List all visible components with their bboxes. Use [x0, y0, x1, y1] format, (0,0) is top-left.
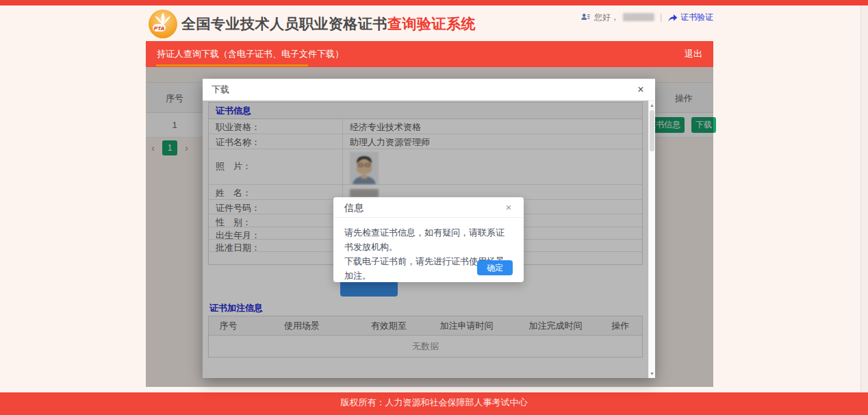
ok-button[interactable]: 确定 — [477, 260, 513, 275]
cert-verify-link[interactable]: 证书验证 — [667, 12, 713, 23]
top-accent-bar — [0, 0, 868, 5]
browser-scrollbar[interactable] — [860, 5, 868, 392]
info-dialog-title: 信息 — [344, 202, 363, 213]
modal-scrollbar[interactable]: ▲ ▼ — [648, 101, 655, 378]
download-modal-title: 下载 — [212, 84, 229, 95]
greeting-text: 您好， — [594, 12, 619, 23]
scroll-down-icon[interactable]: ▼ — [649, 371, 655, 376]
close-icon[interactable]: × — [633, 79, 648, 101]
separator: | — [660, 12, 662, 22]
logout-button[interactable]: 退出 — [674, 41, 713, 67]
share-arrow-icon — [667, 13, 678, 22]
main-nav: 持证人查询下载（含电子证书、电子文件下载） 退出 — [146, 41, 713, 67]
info-message-line-1: 请先检查证书信息，如有疑问，请联系证书发放机构。 — [344, 225, 513, 254]
user-icon — [580, 12, 590, 22]
scrollbar-thumb[interactable] — [650, 110, 654, 151]
copyright-text: 版权所有：人力资源和社会保障部人事考试中心 — [0, 392, 868, 409]
page-title-main: 全国专业技术人员职业资格证书 — [181, 16, 387, 32]
page-title-accent: 查询验证系统 — [387, 16, 476, 32]
active-tab-underline — [156, 64, 308, 66]
close-icon[interactable]: × — [502, 197, 515, 218]
page-title: 全国专业技术人员职业资格证书查询验证系统 — [181, 14, 476, 34]
user-bar: 您好， | 证书验证 — [580, 11, 713, 23]
info-dialog-header: 信息 × — [333, 197, 524, 218]
cert-verify-label: 证书验证 — [680, 12, 713, 23]
tab-holder-query-download[interactable]: 持证人查询下载（含电子证书、电子文件下载） — [157, 41, 344, 67]
scroll-up-icon[interactable]: ▲ — [649, 103, 655, 108]
pta-logo-icon: PTA — [149, 10, 177, 38]
svg-text:PTA: PTA — [154, 25, 165, 32]
download-modal-header: 下载 × — [203, 79, 655, 101]
footer: 版权所有：人力资源和社会保障部人事考试中心 — [0, 392, 868, 415]
info-dialog: 信息 × 请先检查证书信息，如有疑问，请联系证书发放机构。 下载电子证书前，请先… — [333, 197, 524, 282]
redacted-username — [623, 13, 654, 21]
